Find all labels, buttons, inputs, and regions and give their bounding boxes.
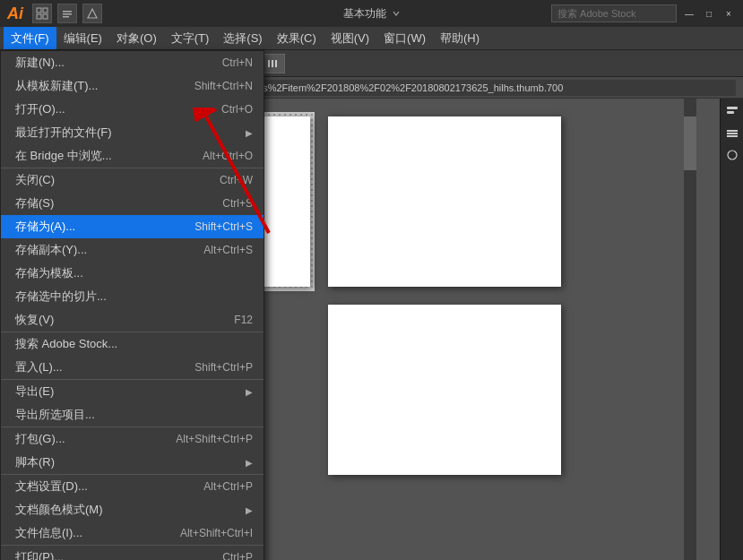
menu-item-new[interactable]: 新建(N)... Ctrl+N xyxy=(1,51,264,74)
menu-item-save-slices[interactable]: 存储选中的切片... xyxy=(1,285,264,308)
scroll-thumb[interactable] xyxy=(684,116,696,170)
dropdown-menu-container: 新建(N)... Ctrl+N 从模板新建(T)... Shift+Ctrl+N… xyxy=(0,50,264,560)
svg-rect-1 xyxy=(43,8,48,13)
svg-rect-2 xyxy=(37,14,41,19)
menu-item-package[interactable]: 打包(G)... Alt+Shift+Ctrl+P xyxy=(1,427,264,451)
menu-group-5: 打包(G)... Alt+Shift+Ctrl+P 脚本(R) ▶ xyxy=(1,427,264,475)
menu-edit[interactable]: 编辑(E) xyxy=(56,27,109,49)
menu-item-doc-color-mode[interactable]: 文档颜色模式(M) ▶ xyxy=(1,498,264,521)
svg-rect-16 xyxy=(727,130,738,132)
menu-item-export-selection[interactable]: 导出所选项目... xyxy=(1,403,264,426)
assets-panel-btn[interactable] xyxy=(722,145,742,165)
canvas-page-3 xyxy=(328,305,561,475)
svg-rect-10 xyxy=(268,60,270,67)
minimize-button[interactable]: — xyxy=(682,6,696,21)
menu-item-bridge[interactable]: 在 Bridge 中浏览... Alt+Ctrl+O xyxy=(1,144,264,168)
file-dropdown-menu: 新建(N)... Ctrl+N 从模板新建(T)... Shift+Ctrl+N… xyxy=(0,50,264,560)
menu-item-save[interactable]: 存储(S) Ctrl+S xyxy=(1,192,264,215)
properties-panel-btn[interactable] xyxy=(722,102,742,122)
menu-group-4: 导出(E) ▶ 导出所选项目... xyxy=(1,380,264,427)
svg-rect-3 xyxy=(43,14,48,19)
workspace-label: 基本功能 xyxy=(343,6,386,22)
menu-item-open[interactable]: 打开(O)... Ctrl+O xyxy=(1,98,264,121)
menu-help[interactable]: 帮助(H) xyxy=(433,27,487,49)
toolbar-icon-btn-3[interactable] xyxy=(82,4,102,23)
title-bar: Ai 基本功能 — □ × xyxy=(0,0,743,27)
menu-item-search-stock[interactable]: 搜索 Adobe Stock... xyxy=(1,332,264,356)
menu-item-export[interactable]: 导出(E) ▶ xyxy=(1,380,264,403)
title-right: — □ × xyxy=(551,4,736,22)
svg-rect-5 xyxy=(63,13,72,15)
menu-item-save-template[interactable]: 存储为模板... xyxy=(1,262,264,285)
menu-file[interactable]: 文件(F) xyxy=(4,27,56,49)
scroll-track xyxy=(684,99,696,560)
svg-rect-17 xyxy=(727,133,738,134)
menu-effect[interactable]: 效果(C) xyxy=(270,27,324,49)
menu-item-scripts[interactable]: 脚本(R) ▶ xyxy=(1,451,264,474)
menu-item-close[interactable]: 关闭(C) Ctrl+W xyxy=(1,168,264,192)
menu-item-place[interactable]: 置入(L)... Shift+Ctrl+P xyxy=(1,356,264,379)
maximize-button[interactable]: □ xyxy=(702,6,716,21)
title-toolbar xyxy=(32,4,102,23)
svg-rect-6 xyxy=(63,16,69,18)
menu-item-save-copy[interactable]: 存储副本(Y)... Alt+Ctrl+S xyxy=(1,238,264,262)
svg-rect-0 xyxy=(37,8,41,13)
right-panel xyxy=(720,99,743,560)
menu-item-save-as[interactable]: 存储为(A)... Shift+Ctrl+S xyxy=(1,215,264,238)
svg-rect-18 xyxy=(727,135,738,137)
menu-group-7: 打印(P)... Ctrl+P 退出(X) Ctrl+Q xyxy=(1,546,264,560)
menu-item-file-info[interactable]: 文件信息(I)... Alt+Shift+Ctrl+I xyxy=(1,521,264,545)
ai-logo: Ai xyxy=(7,4,23,23)
menu-view[interactable]: 视图(V) xyxy=(324,27,376,49)
menu-group-3: 搜索 Adobe Stock... 置入(L)... Shift+Ctrl+P xyxy=(1,332,264,380)
menu-select[interactable]: 选择(S) xyxy=(216,27,269,49)
toolbar-icon-btn-1[interactable] xyxy=(32,4,52,23)
title-center: 基本功能 xyxy=(343,6,401,22)
menu-item-doc-settings[interactable]: 文档设置(D)... Alt+Ctrl+P xyxy=(1,475,264,498)
menu-item-revert[interactable]: 恢复(V) F12 xyxy=(1,308,264,332)
svg-point-19 xyxy=(728,151,737,159)
menu-window[interactable]: 窗口(W) xyxy=(376,27,433,49)
menu-bar: 文件(F) 编辑(E) 对象(O) 文字(T) 选择(S) 效果(C) 视图(V… xyxy=(0,27,743,50)
menu-text[interactable]: 文字(T) xyxy=(164,27,217,49)
svg-rect-15 xyxy=(727,111,734,114)
svg-rect-14 xyxy=(727,107,738,109)
svg-rect-11 xyxy=(272,60,273,67)
menu-item-new-from-template[interactable]: 从模板新建(T)... Shift+Ctrl+N xyxy=(1,74,264,98)
menu-object[interactable]: 对象(O) xyxy=(109,27,164,49)
canvas-page-2 xyxy=(328,116,561,287)
menu-group-6: 文档设置(D)... Alt+Ctrl+P 文档颜色模式(M) ▶ 文件信息(I… xyxy=(1,475,264,546)
menu-group-1: 新建(N)... Ctrl+N 从模板新建(T)... Shift+Ctrl+N… xyxy=(1,51,264,168)
layers-panel-btn[interactable] xyxy=(722,124,742,143)
svg-rect-4 xyxy=(63,11,72,13)
stock-search-input[interactable] xyxy=(551,4,677,22)
toolbar-icon-btn-2[interactable] xyxy=(57,4,77,23)
menu-group-2: 关闭(C) Ctrl+W 存储(S) Ctrl+S 存储为(A)... Shif… xyxy=(1,168,264,332)
svg-rect-12 xyxy=(275,60,277,67)
close-button[interactable]: × xyxy=(721,6,736,21)
menu-item-print[interactable]: 打印(P)... Ctrl+P xyxy=(1,546,264,560)
menu-item-recent-files[interactable]: 最近打开的文件(F) ▶ xyxy=(1,121,264,144)
